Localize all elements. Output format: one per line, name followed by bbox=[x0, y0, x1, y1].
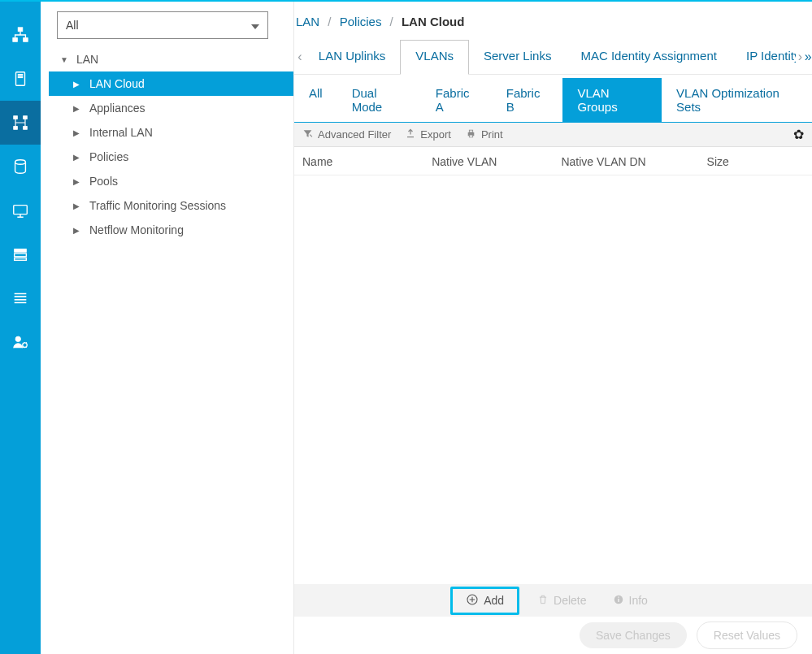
info-button[interactable]: Info bbox=[605, 591, 656, 611]
rail-san[interactable] bbox=[0, 145, 41, 188]
svg-rect-23 bbox=[618, 596, 619, 597]
tree-item-label: Policies bbox=[89, 150, 128, 163]
server-icon bbox=[11, 70, 29, 88]
crumb-sep: / bbox=[390, 15, 393, 28]
rail-servers[interactable] bbox=[0, 57, 41, 101]
tab-ip-identity[interactable]: IP Identity Assig bbox=[732, 41, 796, 74]
tab-mac-identity[interactable]: MAC Identity Assignment bbox=[566, 41, 732, 74]
svg-rect-11 bbox=[14, 206, 28, 214]
tree-item-netflow-monitoring[interactable]: ▶Netflow Monitoring bbox=[49, 218, 293, 242]
rail-storage[interactable] bbox=[0, 232, 41, 276]
tree-item-pools[interactable]: ▶Pools bbox=[49, 169, 293, 193]
add-label: Add bbox=[484, 594, 504, 607]
admin-icon bbox=[11, 333, 29, 351]
svg-rect-8 bbox=[14, 127, 18, 130]
rail-equipment[interactable] bbox=[0, 13, 41, 57]
add-button[interactable]: Add bbox=[450, 587, 519, 615]
col-native-vlan[interactable]: Native VLAN bbox=[432, 155, 561, 168]
svg-rect-5 bbox=[18, 76, 23, 77]
export-icon bbox=[406, 128, 415, 141]
save-changes-button[interactable]: Save Changes bbox=[580, 622, 687, 648]
export-button[interactable]: Export bbox=[406, 128, 451, 141]
svg-rect-14 bbox=[15, 258, 27, 261]
tree-item-lan-cloud[interactable]: ▶LAN Cloud bbox=[49, 71, 293, 96]
main: LAN / Policies / LAN Cloud ‹ LAN Uplinks… bbox=[294, 2, 812, 654]
crumb-lan[interactable]: LAN bbox=[296, 15, 319, 28]
chevron-right-icon: ▶ bbox=[73, 226, 85, 235]
svg-rect-22 bbox=[618, 598, 619, 601]
gear-icon: ✿ bbox=[793, 128, 804, 141]
chevron-right-icon: ▶ bbox=[73, 201, 85, 210]
tree-root-label: LAN bbox=[76, 53, 98, 66]
tree-item-internal-lan[interactable]: ▶Internal LAN bbox=[49, 120, 293, 145]
rail-lan[interactable] bbox=[0, 101, 41, 145]
info-icon bbox=[613, 594, 624, 608]
stack-icon bbox=[11, 245, 29, 263]
svg-rect-9 bbox=[24, 127, 28, 130]
crumb-current: LAN Cloud bbox=[402, 15, 464, 28]
chevron-right-icon: ▶ bbox=[73, 104, 85, 113]
col-name[interactable]: Name bbox=[302, 155, 432, 168]
print-label: Print bbox=[481, 128, 503, 141]
col-size[interactable]: Size bbox=[707, 155, 804, 168]
tab-vlans[interactable]: VLANs bbox=[400, 40, 469, 75]
tabs-scroll-right[interactable]: › bbox=[796, 50, 804, 64]
footer: Save Changes Reset Values bbox=[294, 617, 812, 654]
tree-item-label: LAN Cloud bbox=[89, 77, 145, 90]
tab-lan-uplinks[interactable]: LAN Uplinks bbox=[304, 41, 401, 74]
filter-icon bbox=[302, 128, 313, 141]
table-body-empty bbox=[294, 175, 812, 584]
table-action-bar: Add Delete Info bbox=[294, 584, 812, 617]
svg-rect-1 bbox=[13, 38, 18, 42]
svg-rect-0 bbox=[18, 28, 23, 32]
svg-rect-18 bbox=[469, 130, 472, 132]
tree-item-label: Netflow Monitoring bbox=[89, 223, 184, 236]
tabs-scroll-end[interactable]: » bbox=[804, 50, 812, 64]
subtab-fabric-a[interactable]: Fabric A bbox=[421, 78, 492, 122]
export-label: Export bbox=[420, 128, 451, 141]
subtab-vlan-groups[interactable]: VLAN Groups bbox=[562, 78, 662, 122]
table-toolbar: Advanced Filter Export Print ✿ bbox=[294, 123, 812, 147]
storage-icon bbox=[11, 158, 29, 175]
tree-item-appliances[interactable]: ▶Appliances bbox=[49, 96, 293, 120]
col-native-vlan-dn[interactable]: Native VLAN DN bbox=[561, 155, 706, 168]
sidebar: All ▼ LAN ▶LAN Cloud ▶Appliances ▶Intern… bbox=[41, 2, 294, 654]
nav-rail bbox=[0, 2, 41, 654]
chevron-down-icon: ▼ bbox=[60, 55, 72, 64]
rail-admin[interactable] bbox=[0, 320, 41, 364]
tree-item-policies[interactable]: ▶Policies bbox=[49, 145, 293, 169]
network-topology-icon bbox=[11, 26, 29, 44]
svg-rect-2 bbox=[24, 38, 28, 42]
print-button[interactable]: Print bbox=[466, 128, 503, 141]
list-icon bbox=[11, 289, 29, 307]
subtab-dual-mode[interactable]: Dual Mode bbox=[337, 78, 421, 122]
subtab-all[interactable]: All bbox=[294, 78, 337, 122]
svg-point-10 bbox=[15, 160, 26, 165]
tree-item-label: Pools bbox=[89, 175, 118, 188]
delete-button[interactable]: Delete bbox=[529, 591, 594, 611]
crumb-sep: / bbox=[328, 15, 331, 28]
advanced-filter-button[interactable]: Advanced Filter bbox=[302, 128, 391, 141]
crumb-policies[interactable]: Policies bbox=[340, 15, 382, 28]
svg-rect-13 bbox=[15, 253, 27, 257]
breadcrumb: LAN / Policies / LAN Cloud bbox=[294, 2, 812, 40]
tabs-scroll-left[interactable]: ‹ bbox=[296, 50, 304, 64]
chevron-right-icon: ▶ bbox=[73, 153, 85, 162]
filter-selected: All bbox=[66, 19, 79, 32]
subtab-fabric-b[interactable]: Fabric B bbox=[492, 78, 563, 122]
svg-rect-6 bbox=[14, 116, 18, 119]
rail-vm[interactable] bbox=[0, 188, 41, 232]
rail-chassis[interactable] bbox=[0, 276, 41, 320]
tabs-primary: ‹ LAN Uplinks VLANs Server Links MAC Ide… bbox=[294, 40, 812, 75]
tree-item-traffic-monitoring[interactable]: ▶Traffic Monitoring Sessions bbox=[49, 193, 293, 218]
chevron-right-icon: ▶ bbox=[73, 128, 85, 137]
table-settings-button[interactable]: ✿ bbox=[793, 127, 804, 142]
chevron-right-icon: ▶ bbox=[73, 177, 85, 186]
tab-server-links[interactable]: Server Links bbox=[469, 41, 566, 74]
tree-root-lan[interactable]: ▼ LAN bbox=[49, 47, 293, 71]
subtab-vlan-opt-sets[interactable]: VLAN Optimization Sets bbox=[662, 78, 812, 122]
monitor-icon bbox=[11, 201, 29, 219]
reset-values-button[interactable]: Reset Values bbox=[697, 622, 797, 649]
filter-select[interactable]: All bbox=[57, 11, 268, 39]
svg-rect-12 bbox=[15, 249, 27, 253]
